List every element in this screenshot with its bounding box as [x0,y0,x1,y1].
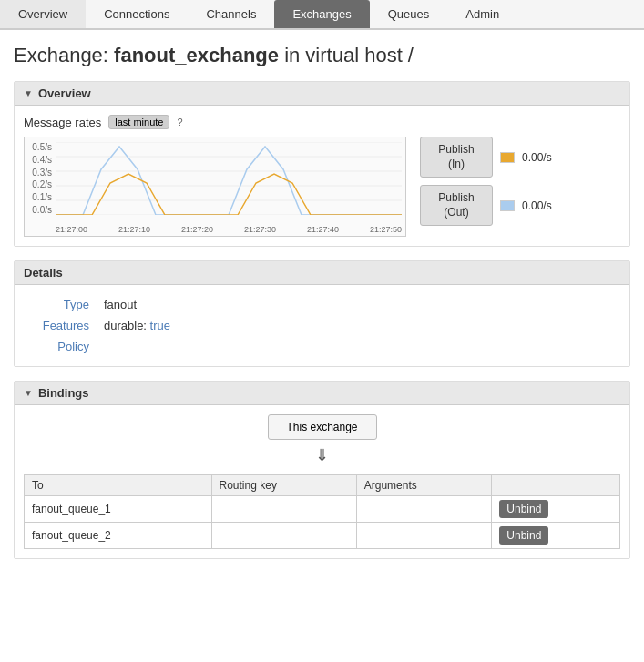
col-to: To [25,475,212,496]
y-label-0: 0.0/s [25,205,52,215]
policy-value [97,336,620,357]
type-label: Type [24,294,97,315]
y-label-3: 0.3/s [25,168,52,178]
nav-tab-admin[interactable]: Admin [447,0,517,28]
x-label-3: 21:27:30 [244,225,276,234]
x-label-5: 21:27:50 [370,225,402,234]
binding-row-1: fanout_queue_1 Unbind [25,496,620,523]
exchange-name: fanout_exchange [114,44,279,66]
help-icon[interactable]: ? [177,117,182,127]
page-title: Exchange: fanout_exchange in virtual hos… [14,44,630,67]
nav-tab-exchanges[interactable]: Exchanges [274,0,369,28]
x-label-0: 21:27:00 [56,225,87,234]
details-policy-row: Policy [24,336,620,357]
chart-svg [56,142,402,215]
publish-legend: Publish(In) 0.00/s Publish(Out) 0.00/s [420,137,552,226]
publish-in-button[interactable]: Publish(In) [420,137,493,178]
publish-out-button[interactable]: Publish(Out) [420,185,493,226]
nav-tab-connections[interactable]: Connections [86,0,188,28]
chart-y-labels: 0.5/s 0.4/s 0.3/s 0.2/s 0.1/s 0.0/s [25,142,54,215]
durable-label: durable: [104,319,147,332]
details-section: Details Type fanout Features durable: tr… [14,260,630,367]
bindings-section-label: Bindings [38,386,89,400]
publish-out-color-swatch [500,200,515,211]
nav-bar: Overview Connections Channels Exchanges … [0,0,644,30]
binding-action-1: Unbind [492,496,620,523]
bindings-arrow-down: ⇓ [24,445,620,465]
y-label-4: 0.4/s [25,155,52,165]
x-label-1: 21:27:10 [118,225,150,234]
page-content: Exchange: fanout_exchange in virtual hos… [0,30,644,586]
details-section-body: Type fanout Features durable: true Polic… [15,285,629,366]
details-features-row: Features durable: true [24,315,620,336]
overview-collapse-arrow[interactable]: ▼ [24,88,33,98]
binding-to-2: fanout_queue_2 [25,523,212,549]
chart-wrapper: 0.5/s 0.4/s 0.3/s 0.2/s 0.1/s 0.0/s [24,137,406,237]
overview-section: ▼ Overview Message rates last minute ? 0… [14,81,630,247]
publish-in-value: 0.00/s [522,151,552,164]
message-rates-row: Message rates last minute ? [24,115,620,129]
col-action [492,475,620,496]
overview-section-header: ▼ Overview [15,82,629,106]
binding-arguments-1 [356,496,492,523]
unbind-button-2[interactable]: Unbind [499,526,548,545]
overview-section-body: Message rates last minute ? 0.5/s 0.4/s … [15,106,629,246]
nav-tab-overview[interactable]: Overview [0,0,86,28]
publish-out-row: Publish(Out) 0.00/s [420,185,552,226]
binding-to-1: fanout_queue_1 [25,496,212,523]
col-arguments: Arguments [356,475,492,496]
durable-value: true [150,319,170,332]
bindings-collapse-arrow[interactable]: ▼ [24,388,33,398]
binding-routing-key-1 [211,496,356,523]
bindings-table-header-row: To Routing key Arguments [25,475,620,496]
overview-section-label: Overview [38,87,91,100]
col-routing-key: Routing key [211,475,356,496]
details-type-row: Type fanout [24,294,620,315]
binding-arguments-2 [356,523,492,549]
publish-in-color-swatch [500,152,515,163]
bindings-section-header: ▼ Bindings [15,382,629,405]
bindings-section: ▼ Bindings This exchange ⇓ To Routing ke… [14,381,630,559]
last-minute-button[interactable]: last minute [108,115,169,129]
nav-tab-queues[interactable]: Queues [370,0,448,28]
y-label-2: 0.2/s [25,179,52,189]
features-value: durable: true [97,315,620,336]
type-value: fanout [97,294,620,315]
x-label-4: 21:27:40 [307,225,339,234]
binding-routing-key-2 [211,523,356,549]
publish-in-row: Publish(In) 0.00/s [420,137,552,178]
publish-out-value: 0.00/s [522,199,552,212]
binding-action-2: Unbind [492,523,620,549]
chart-container: 0.5/s 0.4/s 0.3/s 0.2/s 0.1/s 0.0/s [24,137,620,237]
y-label-1: 0.1/s [25,192,52,202]
this-exchange-button[interactable]: This exchange [268,414,377,440]
unbind-button-1[interactable]: Unbind [499,500,548,518]
x-label-2: 21:27:20 [181,225,213,234]
bindings-table: To Routing key Arguments fanout_queue_1 … [24,474,620,549]
title-prefix: Exchange: [14,44,114,66]
bindings-body: This exchange ⇓ To Routing key Arguments… [15,405,629,558]
details-table: Type fanout Features durable: true Polic… [24,294,620,357]
title-suffix: in virtual host / [279,44,414,66]
chart-x-labels: 21:27:00 21:27:10 21:27:20 21:27:30 21:2… [56,225,402,234]
features-label: Features [24,315,97,336]
details-section-label: Details [24,266,63,280]
binding-row-2: fanout_queue_2 Unbind [25,523,620,549]
nav-tab-channels[interactable]: Channels [188,0,274,28]
message-rates-label: Message rates [24,116,101,129]
details-section-header: Details [15,261,629,285]
y-label-5: 0.5/s [25,142,52,152]
policy-label: Policy [24,336,97,357]
